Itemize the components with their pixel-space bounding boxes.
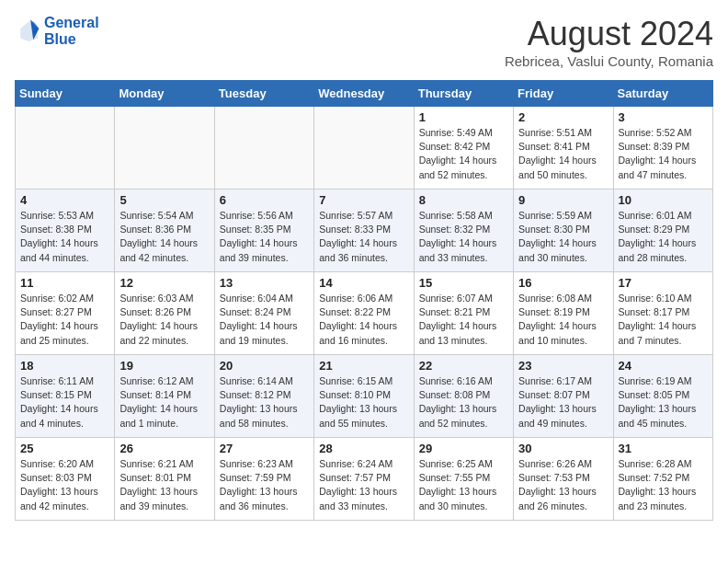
day-info: Sunrise: 5:59 AM Sunset: 8:30 PM Dayligh… [518,209,608,265]
calendar-week-row: 11Sunrise: 6:02 AM Sunset: 8:27 PM Dayli… [16,272,713,355]
day-info: Sunrise: 6:26 AM Sunset: 7:53 PM Dayligh… [518,457,608,513]
calendar-day-cell: 18Sunrise: 6:11 AM Sunset: 8:15 PM Dayli… [16,355,115,438]
calendar-day-cell: 5Sunrise: 5:54 AM Sunset: 8:36 PM Daylig… [115,190,214,272]
calendar-day-cell: 24Sunrise: 6:19 AM Sunset: 8:05 PM Dayli… [613,355,712,438]
weekday-header-cell: Friday [514,81,613,107]
calendar-week-row: 1Sunrise: 5:49 AM Sunset: 8:42 PM Daylig… [16,107,713,190]
day-number: 3 [619,110,708,124]
day-info: Sunrise: 6:01 AM Sunset: 8:29 PM Dayligh… [619,209,708,265]
calendar-day-cell: 31Sunrise: 6:28 AM Sunset: 7:52 PM Dayli… [613,438,712,521]
day-number: 19 [119,359,209,373]
day-number: 20 [220,359,309,373]
calendar-day-cell: 12Sunrise: 6:03 AM Sunset: 8:26 PM Dayli… [115,272,214,355]
day-number: 16 [518,276,608,290]
day-info: Sunrise: 6:21 AM Sunset: 8:01 PM Dayligh… [119,457,209,513]
day-info: Sunrise: 6:10 AM Sunset: 8:17 PM Dayligh… [619,292,708,348]
month-title: August 2024 [505,15,713,53]
weekday-header-cell: Sunday [16,81,115,107]
calendar-body: 1Sunrise: 5:49 AM Sunset: 8:42 PM Daylig… [16,107,713,521]
calendar-day-cell: 13Sunrise: 6:04 AM Sunset: 8:24 PM Dayli… [214,272,313,355]
day-info: Sunrise: 5:51 AM Sunset: 8:41 PM Dayligh… [518,126,608,182]
day-info: Sunrise: 6:23 AM Sunset: 7:59 PM Dayligh… [220,457,309,513]
day-info: Sunrise: 6:11 AM Sunset: 8:15 PM Dayligh… [20,374,109,431]
day-number: 25 [20,442,109,455]
location-subtitle: Rebricea, Vaslui County, Romania [505,53,713,69]
calendar-week-row: 18Sunrise: 6:11 AM Sunset: 8:15 PM Dayli… [16,355,713,438]
day-number: 14 [319,276,408,290]
day-number: 6 [220,193,309,207]
day-info: Sunrise: 6:24 AM Sunset: 7:57 PM Dayligh… [319,457,408,513]
day-info: Sunrise: 5:56 AM Sunset: 8:35 PM Dayligh… [220,209,309,265]
calendar-day-cell: 17Sunrise: 6:10 AM Sunset: 8:17 PM Dayli… [613,272,712,355]
calendar-day-cell: 10Sunrise: 6:01 AM Sunset: 8:29 PM Dayli… [613,190,712,272]
day-number: 13 [220,276,309,290]
logo-text: General Blue [44,15,99,49]
day-info: Sunrise: 6:14 AM Sunset: 8:12 PM Dayligh… [220,374,309,431]
calendar-day-cell: 4Sunrise: 5:53 AM Sunset: 8:38 PM Daylig… [16,190,115,272]
day-info: Sunrise: 6:04 AM Sunset: 8:24 PM Dayligh… [220,292,309,348]
day-number: 2 [518,110,608,124]
day-info: Sunrise: 6:07 AM Sunset: 8:21 PM Dayligh… [419,292,508,348]
day-number: 29 [419,442,508,455]
calendar-week-row: 25Sunrise: 6:20 AM Sunset: 8:03 PM Dayli… [16,438,713,521]
calendar-day-cell: 15Sunrise: 6:07 AM Sunset: 8:21 PM Dayli… [414,272,513,355]
calendar-day-cell: 6Sunrise: 5:56 AM Sunset: 8:35 PM Daylig… [214,190,313,272]
day-info: Sunrise: 5:58 AM Sunset: 8:32 PM Dayligh… [419,209,508,265]
calendar-day-cell: 8Sunrise: 5:58 AM Sunset: 8:32 PM Daylig… [414,190,513,272]
calendar-day-cell: 2Sunrise: 5:51 AM Sunset: 8:41 PM Daylig… [514,107,613,190]
day-info: Sunrise: 5:54 AM Sunset: 8:36 PM Dayligh… [119,209,209,265]
calendar-day-cell: 16Sunrise: 6:08 AM Sunset: 8:19 PM Dayli… [514,272,613,355]
calendar-day-cell: 29Sunrise: 6:25 AM Sunset: 7:55 PM Dayli… [414,438,513,521]
day-number: 10 [619,193,708,207]
day-number: 24 [619,359,708,373]
title-block: August 2024 Rebricea, Vaslui County, Rom… [505,15,713,69]
day-number: 23 [518,359,608,373]
calendar-day-cell: 20Sunrise: 6:14 AM Sunset: 8:12 PM Dayli… [214,355,313,438]
calendar-day-cell: 28Sunrise: 6:24 AM Sunset: 7:57 PM Dayli… [314,438,414,521]
calendar-day-cell: 21Sunrise: 6:15 AM Sunset: 8:10 PM Dayli… [314,355,414,438]
logo-icon [15,18,40,44]
weekday-header-cell: Thursday [414,81,513,107]
day-info: Sunrise: 6:15 AM Sunset: 8:10 PM Dayligh… [319,374,408,431]
calendar-day-cell: 14Sunrise: 6:06 AM Sunset: 8:22 PM Dayli… [314,272,414,355]
day-number: 21 [319,359,408,373]
day-info: Sunrise: 5:53 AM Sunset: 8:38 PM Dayligh… [20,209,109,265]
calendar-table: SundayMondayTuesdayWednesdayThursdayFrid… [15,80,713,521]
day-info: Sunrise: 6:06 AM Sunset: 8:22 PM Dayligh… [319,292,408,348]
day-number: 31 [619,442,708,455]
day-number: 12 [119,276,209,290]
weekday-header-row: SundayMondayTuesdayWednesdayThursdayFrid… [16,81,713,107]
day-info: Sunrise: 5:57 AM Sunset: 8:33 PM Dayligh… [319,209,408,265]
calendar-week-row: 4Sunrise: 5:53 AM Sunset: 8:38 PM Daylig… [16,190,713,272]
calendar-day-cell: 1Sunrise: 5:49 AM Sunset: 8:42 PM Daylig… [414,107,513,190]
calendar-day-cell: 3Sunrise: 5:52 AM Sunset: 8:39 PM Daylig… [613,107,712,190]
day-number: 11 [20,276,109,290]
calendar-day-cell: 26Sunrise: 6:21 AM Sunset: 8:01 PM Dayli… [115,438,214,521]
calendar-day-cell: 30Sunrise: 6:26 AM Sunset: 7:53 PM Dayli… [514,438,613,521]
calendar-day-cell: 25Sunrise: 6:20 AM Sunset: 8:03 PM Dayli… [16,438,115,521]
calendar-day-cell: 27Sunrise: 6:23 AM Sunset: 7:59 PM Dayli… [214,438,313,521]
day-info: Sunrise: 6:28 AM Sunset: 7:52 PM Dayligh… [619,457,708,513]
weekday-header-cell: Monday [115,81,214,107]
calendar-day-cell: 7Sunrise: 5:57 AM Sunset: 8:33 PM Daylig… [314,190,414,272]
day-number: 15 [419,276,508,290]
day-info: Sunrise: 5:52 AM Sunset: 8:39 PM Dayligh… [619,126,708,182]
calendar-day-cell: 11Sunrise: 6:02 AM Sunset: 8:27 PM Dayli… [16,272,115,355]
day-info: Sunrise: 6:16 AM Sunset: 8:08 PM Dayligh… [419,374,508,431]
day-info: Sunrise: 6:02 AM Sunset: 8:27 PM Dayligh… [20,292,109,348]
day-number: 30 [518,442,608,455]
day-number: 7 [319,193,408,207]
calendar-day-cell: 19Sunrise: 6:12 AM Sunset: 8:14 PM Dayli… [115,355,214,438]
day-number: 9 [518,193,608,207]
calendar-day-cell: 9Sunrise: 5:59 AM Sunset: 8:30 PM Daylig… [514,190,613,272]
calendar-day-cell [314,107,414,190]
day-info: Sunrise: 6:03 AM Sunset: 8:26 PM Dayligh… [119,292,209,348]
day-number: 4 [20,193,109,207]
weekday-header-cell: Tuesday [214,81,313,107]
day-info: Sunrise: 5:49 AM Sunset: 8:42 PM Dayligh… [419,126,508,182]
calendar-day-cell [115,107,214,190]
day-number: 5 [119,193,209,207]
day-number: 18 [20,359,109,373]
day-number: 8 [419,193,508,207]
calendar-day-cell [16,107,115,190]
